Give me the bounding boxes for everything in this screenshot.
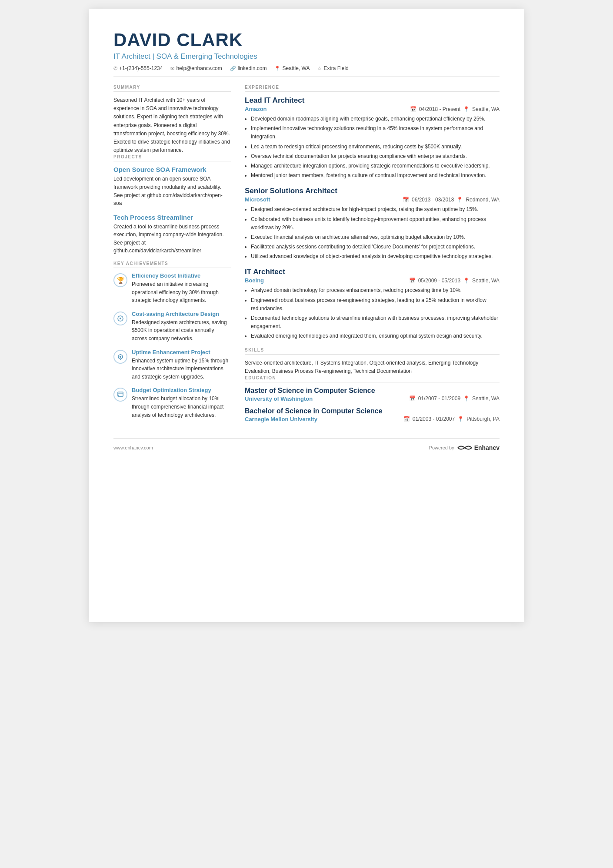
bullet-2-5: Utilized advanced knowledge of object-or… [251,252,500,261]
job-company-3: Boeing [245,277,264,284]
edu-meta-2: Carnegie Mellon University 📅 01/2003 - 0… [245,416,500,422]
skills-section: SKILLS Service-oriented architecture, IT… [245,348,500,375]
location-icon-edu-1: 📍 [463,395,470,402]
svg-point-1 [120,318,121,319]
bullet-1-2: Implemented innovative technology soluti… [251,124,500,141]
job-meta-2: Microsoft 📅 06/2013 - 03/2018 📍 Redmond,… [245,196,500,203]
location-icon-edu-2: 📍 [457,416,464,422]
experience-section: EXPERIENCE Lead IT Architect Amazon 📅 04… [245,85,500,341]
contact-bar: ✆ +1-(234)-555-1234 ✉ help@enhancv.com 🔗… [113,65,500,77]
achievement-content-4: Budget Optimization Strategy Streamlined… [132,387,231,419]
star-icon: ☆ [317,66,322,71]
achievement-title-1: Efficiency Boost Initiative [132,272,231,279]
achievement-icon-4 [113,388,127,402]
bullet-3-1: Analyzed domain technology for process e… [251,286,500,295]
edu-degree-1: Master of Science in Computer Science [245,387,500,395]
calendar-icon-edu-2: 📅 [403,416,410,422]
edu-date-location-2: 📅 01/2003 - 01/2007 📍 Pittsburgh, PA [403,416,500,422]
bullet-1-3: Led a team to redesign critical processi… [251,143,500,151]
job-location-2: Redmond, WA [466,197,500,203]
achievement-title-2: Cost-saving Architecture Design [132,311,231,317]
achievement-desc-2: Redesigned system architectures, saving … [132,318,231,343]
contact-location: 📍 Seattle, WA [274,65,310,71]
project-item-2: Tech Process Streamliner Created a tool … [113,214,231,255]
left-column: SUMMARY Seasoned IT Architect with 10+ y… [113,85,231,428]
bullet-3-3: Documented technology solutions to strea… [251,314,500,331]
bullet-3-2: Engineered robust business process re-en… [251,296,500,313]
location-text: Seattle, WA [282,65,310,71]
edu-school-1: University of Washington [245,395,313,402]
job-date-2: 06/2013 - 03/2018 [412,197,454,203]
job-3: IT Architect Boeing 📅 05/2009 - 05/2013 … [245,268,500,340]
edu-location-2: Pittsburgh, PA [466,416,500,422]
job-location-1: Seattle, WA [472,106,500,112]
achievements-section: KEY ACHIEVEMENTS 🏆 Efficiency Boost Init… [113,261,231,419]
job-bullets-3: Analyzed domain technology for process e… [245,286,500,340]
edu-location-1: Seattle, WA [472,395,500,402]
job-bullets-2: Designed service-oriented architecture f… [245,205,500,261]
bullet-2-3: Executed financial analysis on architect… [251,233,500,241]
job-meta-1: Amazon 📅 04/2018 - Present 📍 Seattle, WA [245,106,500,112]
bullet-3-4: Evaluated emerging technologies and inte… [251,332,500,340]
project-title-2: Tech Process Streamliner [113,214,231,221]
achievement-item-3: Uptime Enhancement Project Enhanced syst… [113,349,231,381]
job-2: Senior Solutions Architect Microsoft 📅 0… [245,187,500,261]
contact-phone: ✆ +1-(234)-555-1234 [113,65,163,71]
location-icon-2: 📍 [456,197,463,203]
achievement-content-3: Uptime Enhancement Project Enhanced syst… [132,349,231,381]
contact-linkedin: 🔗 linkedin.com [230,65,267,71]
job-date-location-3: 📅 05/2009 - 05/2013 📍 Seattle, WA [409,278,500,284]
job-company-1: Amazon [245,106,267,112]
bullet-1-1: Developed domain roadmaps aligning with … [251,115,500,123]
project-item-1: Open Source SOA Framework Led developmen… [113,166,231,207]
job-meta-3: Boeing 📅 05/2009 - 05/2013 📍 Seattle, WA [245,277,500,284]
job-location-3: Seattle, WA [472,278,500,284]
extra-text: Extra Field [323,65,348,71]
job-date-location-1: 📅 04/2018 - Present 📍 Seattle, WA [410,106,500,112]
email-icon: ✉ [170,66,174,71]
bullet-2-4: Facilitated analysis sessions contributi… [251,243,500,251]
calendar-icon-edu-1: 📅 [409,395,416,402]
summary-text: Seasoned IT Architect with 10+ years of … [113,96,231,154]
contact-extra: ☆ Extra Field [317,65,348,71]
job-bullets-1: Developed domain roadmaps aligning with … [245,115,500,180]
page-footer: www.enhancv.com Powered by Enhancv [113,438,500,452]
project-title-1: Open Source SOA Framework [113,166,231,173]
achievement-title-3: Uptime Enhancement Project [132,349,231,355]
achievement-icon-1: 🏆 [113,273,127,287]
phone-text: +1-(234)-555-1234 [119,65,163,71]
project-desc-1: Led development on an open source SOA fr… [113,175,231,207]
edu-date-1: 01/2007 - 01/2009 [418,395,460,402]
footer-powered-by: Powered by Enhancv [429,444,500,452]
contact-email: ✉ help@enhancv.com [170,65,222,71]
footer-url: www.enhancv.com [113,445,153,450]
job-date-3: 05/2009 - 05/2013 [418,278,460,284]
svg-point-3 [120,356,121,358]
powered-label: Powered by [429,445,454,450]
project-desc-2: Created a tool to streamline business pr… [113,223,231,255]
achievement-content-1: Efficiency Boost Initiative Pioneered an… [132,272,231,305]
summary-section: SUMMARY Seasoned IT Architect with 10+ y… [113,85,231,154]
edu-item-1: Master of Science in Computer Science Un… [245,387,500,402]
achievement-desc-1: Pioneered an initiative increasing opera… [132,280,231,305]
edu-item-2: Bachelor of Science in Computer Science … [245,407,500,422]
skills-text: Service-oriented architecture, IT System… [245,359,500,375]
achievement-desc-3: Enhanced system uptime by 15% through in… [132,357,231,381]
achievement-icon-2 [113,312,127,325]
header: DAVID CLARK IT Architect | SOA & Emergin… [113,30,500,77]
candidate-title: IT Architect | SOA & Emerging Technologi… [113,52,500,61]
bullet-1-5: Managed architecture integration options… [251,162,500,170]
skills-label: SKILLS [245,348,500,355]
email-text: help@enhancv.com [176,65,222,71]
job-date-location-2: 📅 06/2013 - 03/2018 📍 Redmond, WA [403,197,500,203]
calendar-icon-1: 📅 [410,106,416,112]
location-icon-3: 📍 [463,278,470,284]
job-company-2: Microsoft [245,196,270,203]
right-column: EXPERIENCE Lead IT Architect Amazon 📅 04… [245,85,500,428]
experience-label: EXPERIENCE [245,85,500,92]
bullet-1-6: Mentored junior team members, fostering … [251,171,500,180]
edu-date-2: 01/2003 - 01/2007 [413,416,455,422]
linkedin-text: linkedin.com [238,65,267,71]
achievement-title-4: Budget Optimization Strategy [132,387,231,393]
achievements-label: KEY ACHIEVEMENTS [113,261,231,268]
